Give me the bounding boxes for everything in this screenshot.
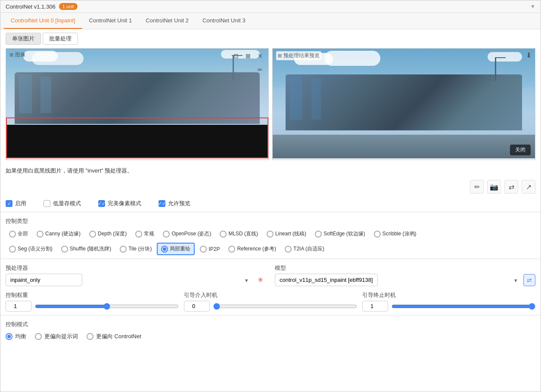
ct-seg-radio[interactable]	[9, 246, 16, 253]
ct-mlsd-radio[interactable]	[220, 231, 227, 238]
ct-depth-radio[interactable]	[89, 231, 96, 238]
pixel-perfect-checkbox[interactable]: ✓	[98, 200, 105, 207]
mode-prompt-radio[interactable]	[35, 333, 42, 340]
ct-scribble[interactable]: Scribble (涂鸦)	[370, 228, 420, 239]
control-weight-group: 控制权重	[6, 291, 179, 312]
ct-inpaint-radio[interactable]	[161, 246, 168, 253]
guidance-start-group: 引导介入时机	[184, 291, 357, 312]
ct-scribble-radio[interactable]	[374, 231, 381, 238]
guidance-end-label: 引导终止时机	[362, 291, 535, 299]
ct-all-label: 全部	[18, 230, 28, 238]
pixel-perfect-option[interactable]: ✓ 完美像素模式	[98, 200, 141, 207]
preprocessor-refresh-btn[interactable]: ✳	[254, 274, 266, 286]
ct-tile[interactable]: Tile (分块)	[116, 244, 155, 254]
source-image[interactable]	[6, 49, 268, 158]
control-weight-slider[interactable]	[35, 303, 179, 310]
mode-controlnet-radio[interactable]	[87, 333, 93, 340]
mode-controlnet-label: 更偏向 ControlNet	[96, 333, 141, 340]
send-icon[interactable]: ↗	[522, 180, 535, 194]
ct-ip2p-radio[interactable]	[200, 246, 207, 253]
close-preview-btn[interactable]: 关闭	[510, 145, 531, 155]
ct-all[interactable]: 全部	[6, 228, 31, 239]
ct-tile-label: Tile (分块)	[128, 245, 152, 253]
mode-prompt[interactable]: 更偏向提示词	[35, 333, 78, 340]
ct-shuffle-radio[interactable]	[61, 246, 68, 253]
ct-reference-radio[interactable]	[228, 246, 235, 253]
ct-openpose[interactable]: OpenPose (姿态)	[159, 228, 215, 239]
ct-mlsd[interactable]: MLSD (直线)	[216, 228, 261, 239]
ct-reference[interactable]: Reference (参考)	[225, 244, 280, 254]
ct-softedge-radio[interactable]	[315, 231, 322, 238]
guidance-start-input[interactable]	[184, 301, 210, 312]
ct-ip2p-label: IP2P	[208, 246, 220, 252]
ct-lineart-radio[interactable]	[267, 231, 274, 238]
preview-image	[273, 49, 535, 158]
ct-normal-radio[interactable]	[135, 231, 142, 238]
low-mem-checkbox[interactable]	[44, 200, 50, 207]
download-btn[interactable]: ⬇	[526, 51, 532, 59]
right-preview-panel: ⊞ 预处理结果预览 ⬇	[272, 48, 535, 160]
ct-ip2p[interactable]: IP2P	[196, 244, 223, 254]
tab-unit3[interactable]: ControlNet Unit 3	[196, 13, 252, 29]
ct-t2ia-radio[interactable]	[285, 246, 292, 253]
tab-unit0[interactable]: ControlNet Unit 0 [Inpaint]	[4, 13, 82, 29]
mode-balanced-radio[interactable]	[6, 333, 12, 340]
ct-normal-label: 常规	[144, 230, 154, 238]
ct-softedge[interactable]: SoftEdge (软边缘)	[311, 228, 369, 239]
unit-badge: 1 unit	[59, 3, 78, 10]
close-image-btn[interactable]: ✕	[255, 51, 265, 61]
model-select-row: control_v11p_sd15_inpaint [ebff9138] ⇄	[275, 274, 535, 286]
enable-checkbox[interactable]	[6, 200, 12, 207]
control-weight-input[interactable]	[6, 301, 31, 312]
allow-preview-checkbox[interactable]: ✓	[159, 200, 165, 207]
model-select[interactable]: control_v11p_sd15_inpaint [ebff9138]	[275, 274, 378, 286]
options-row: 启用 低显存模式 ✓ 完美像素模式 ✓ 允许预览	[0, 197, 541, 210]
allow-preview-option[interactable]: ✓ 允许预览	[159, 200, 190, 207]
model-group: 模型 control_v11p_sd15_inpaint [ebff9138] …	[275, 264, 535, 286]
ct-all-radio[interactable]	[9, 231, 16, 238]
ct-lineart[interactable]: Lineart (线稿)	[263, 228, 310, 239]
preprocessor-label: 预处理器	[6, 264, 266, 272]
guidance-start-slider[interactable]	[213, 303, 357, 310]
image-toolbar: ⊡ ⊠ ✕	[231, 51, 265, 61]
guidance-end-slider[interactable]	[392, 303, 535, 310]
ct-tile-radio[interactable]	[120, 246, 127, 253]
zoom-fit-btn[interactable]: ⊡	[231, 51, 241, 61]
param-row: 预处理器 inpaint_only inpaint_global_harmoni…	[0, 261, 541, 290]
ct-canny-radio[interactable]	[37, 231, 44, 238]
sub-tab-batch[interactable]: 批量处理	[43, 33, 78, 45]
tab-unit2[interactable]: ControlNet Unit 2	[139, 13, 196, 29]
model-swap-btn[interactable]: ⇄	[523, 274, 535, 286]
preprocessor-select-row: inpaint_only inpaint_global_harmonious n…	[6, 274, 266, 286]
sub-tab-single[interactable]: 单张图片	[6, 33, 41, 45]
ct-seg[interactable]: Seg (语义分割)	[6, 244, 56, 254]
ct-openpose-radio[interactable]	[163, 231, 170, 238]
ct-canny[interactable]: Canny (硬边缘)	[33, 228, 84, 239]
sliders-row: 控制权重 引导介入时机 引导终止时机	[0, 290, 541, 313]
preview-label: ⊞ 预处理结果预览	[276, 51, 321, 60]
ct-t2ia-label: T2IA (自适应)	[293, 245, 324, 253]
mode-controlnet[interactable]: 更偏向 ControlNet	[87, 333, 141, 340]
zoom-reset-btn[interactable]: ⊠	[243, 51, 253, 61]
low-mem-option[interactable]: 低显存模式	[44, 200, 81, 207]
preprocessor-select[interactable]: inpaint_only inpaint_global_harmonious n…	[6, 274, 82, 286]
edit-mask-icon[interactable]: ✏	[470, 180, 484, 194]
ct-shuffle[interactable]: Shuffle (随机洗牌)	[58, 244, 115, 254]
guidance-end-input[interactable]	[362, 301, 388, 312]
enable-option[interactable]: 启用	[6, 200, 26, 207]
header: ControlNet v1.1.306 1 unit ▼	[0, 0, 541, 13]
camera-icon[interactable]: 📷	[487, 180, 501, 194]
ct-normal[interactable]: 常规	[132, 228, 158, 239]
ct-lineart-label: Lineart (线稿)	[275, 230, 306, 238]
ct-inpaint-label: 局部重绘	[170, 245, 190, 253]
ct-t2ia[interactable]: T2IA (自适应)	[281, 244, 328, 254]
collapse-arrow[interactable]: ▼	[530, 3, 535, 9]
ct-depth[interactable]: Depth (深度)	[86, 228, 130, 239]
edit-btn[interactable]: ✏	[255, 65, 265, 74]
model-select-wrapper: control_v11p_sd15_inpaint [ebff9138]	[275, 274, 521, 286]
tab-unit1[interactable]: ControlNet Unit 1	[82, 13, 139, 29]
mode-balanced[interactable]: 均衡	[6, 333, 26, 340]
control-type-label: 控制类型	[0, 214, 541, 227]
ct-inpaint[interactable]: 局部重绘	[157, 243, 195, 255]
refresh-icon[interactable]: ⇄	[504, 180, 518, 194]
